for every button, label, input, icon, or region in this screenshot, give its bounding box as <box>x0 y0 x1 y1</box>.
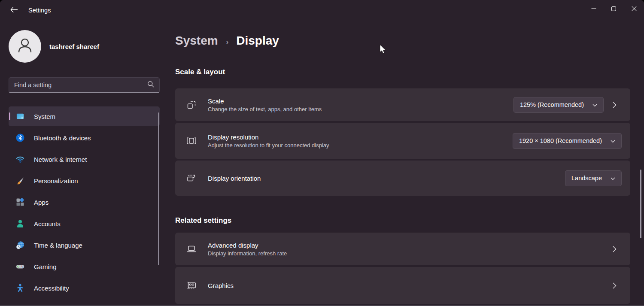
gamepad-icon <box>16 262 24 271</box>
sidebar-item-bluetooth[interactable]: Bluetooth & devices <box>9 128 160 148</box>
sidebar-nav: System Bluetooth & devices Network & int… <box>9 106 160 300</box>
related-settings-cards: Advanced display Display information, re… <box>175 233 630 304</box>
gpu-icon <box>175 280 208 291</box>
close-button[interactable] <box>624 0 644 18</box>
breadcrumb-system-link[interactable]: System <box>175 34 218 48</box>
bluetooth-icon <box>16 133 24 142</box>
sidebar-item-label: Apps <box>34 199 49 206</box>
apps-grid-icon <box>16 198 24 206</box>
advanced-display-title: Advanced display <box>208 242 604 249</box>
chevron-down-icon <box>611 137 615 144</box>
page-title: Display <box>236 34 279 48</box>
scale-layout-cards: Scale Change the size of text, apps, and… <box>175 88 630 196</box>
maximize-icon <box>611 5 616 13</box>
scale-dropdown[interactable]: 125% (Recommended) <box>513 97 604 113</box>
resolution-subtitle: Adjust the resolution to fit your connec… <box>208 142 513 148</box>
sidebar-item-personalization[interactable]: Personalization <box>9 171 160 191</box>
resolution-title: Display resolution <box>208 133 513 141</box>
graphics-title: Graphics <box>208 282 604 289</box>
sidebar-item-accessibility[interactable]: Accessibility <box>9 278 160 298</box>
user-name: tashreef shareef <box>49 43 99 50</box>
mouse-cursor <box>380 44 387 55</box>
scale-title: Scale <box>208 97 513 105</box>
back-arrow-icon <box>10 6 18 15</box>
main-scrollbar[interactable] <box>640 170 641 238</box>
orientation-title: Display orientation <box>208 175 565 182</box>
close-icon <box>632 5 637 13</box>
sidebar-item-label: Network & internet <box>34 156 87 163</box>
scale-icon <box>175 100 208 110</box>
chevron-right-icon <box>607 246 622 252</box>
selected-accent-pill <box>9 112 10 120</box>
scale-dropdown-value: 125% (Recommended) <box>520 101 584 108</box>
sidebar-scrollbar[interactable] <box>158 112 159 265</box>
paintbrush-icon <box>16 176 24 185</box>
person-icon <box>16 219 24 228</box>
search-placeholder: Find a setting <box>14 82 147 88</box>
graphics-row[interactable]: Graphics <box>175 267 630 304</box>
sidebar-item-label: Accounts <box>34 220 61 227</box>
monitor-icon <box>16 112 24 121</box>
globe-clock-icon <box>16 241 24 249</box>
sidebar-item-accounts[interactable]: Accounts <box>9 214 160 233</box>
app-title: Settings <box>28 7 51 14</box>
resolution-dropdown[interactable]: 1920 × 1080 (Recommended) <box>513 133 622 149</box>
chevron-down-icon <box>592 101 597 108</box>
sidebar-item-system[interactable]: System <box>9 106 160 126</box>
minimize-button[interactable] <box>583 0 604 18</box>
chevron-separator-icon: › <box>226 37 229 47</box>
advanced-display-subtitle: Display information, refresh rate <box>208 250 604 257</box>
wifi-icon <box>16 155 24 164</box>
laptop-icon <box>175 244 208 254</box>
display-orientation-row[interactable]: Display orientation Landscape <box>175 161 630 196</box>
titlebar: Settings <box>0 0 644 21</box>
resolution-dropdown-value: 1920 × 1080 (Recommended) <box>519 137 602 144</box>
scale-subtitle: Change the size of text, apps, and other… <box>208 106 513 112</box>
display-resolution-row[interactable]: Display resolution Adjust the resolution… <box>175 123 630 159</box>
sidebar-item-label: System <box>34 113 55 120</box>
scale-row[interactable]: Scale Change the size of text, apps, and… <box>175 88 630 121</box>
settings-window: Settings <box>0 0 644 306</box>
orientation-icon <box>175 173 208 183</box>
back-button[interactable] <box>5 3 22 18</box>
chevron-right-icon <box>607 282 622 289</box>
sidebar-item-label: Gaming <box>34 263 57 270</box>
breadcrumb: System › Display <box>175 32 644 50</box>
chevron-right-icon[interactable] <box>607 102 622 108</box>
person-outline-icon <box>15 36 34 57</box>
search-icon <box>147 81 154 89</box>
main-content: System › Display Scale & layout Scale Ch… <box>167 21 644 305</box>
sidebar-item-label: Accessibility <box>34 285 69 292</box>
sidebar-item-gaming[interactable]: Gaming <box>9 257 160 276</box>
sidebar-item-apps[interactable]: Apps <box>9 192 160 212</box>
section-heading-scale-layout: Scale & layout <box>175 68 644 77</box>
sidebar-item-label: Personalization <box>34 177 78 185</box>
avatar <box>9 30 41 63</box>
minimize-icon <box>591 5 596 13</box>
maximize-button[interactable] <box>604 0 624 18</box>
sidebar: tashreef shareef Find a setting System <box>0 21 167 305</box>
sidebar-item-label: Bluetooth & devices <box>34 134 91 142</box>
advanced-display-row[interactable]: Advanced display Display information, re… <box>175 233 630 265</box>
accessibility-icon <box>16 284 24 292</box>
sidebar-item-time-language[interactable]: Time & language <box>9 235 160 255</box>
sidebar-item-label: Time & language <box>34 242 82 249</box>
orientation-dropdown-value: Landscape <box>571 175 602 182</box>
orientation-dropdown[interactable]: Landscape <box>565 170 622 186</box>
user-profile[interactable]: tashreef shareef <box>9 30 99 63</box>
search-input[interactable]: Find a setting <box>9 77 160 93</box>
sidebar-item-network[interactable]: Network & internet <box>9 149 160 169</box>
section-heading-related: Related settings <box>175 216 644 226</box>
resolution-icon <box>175 136 208 146</box>
chevron-down-icon <box>611 175 615 182</box>
